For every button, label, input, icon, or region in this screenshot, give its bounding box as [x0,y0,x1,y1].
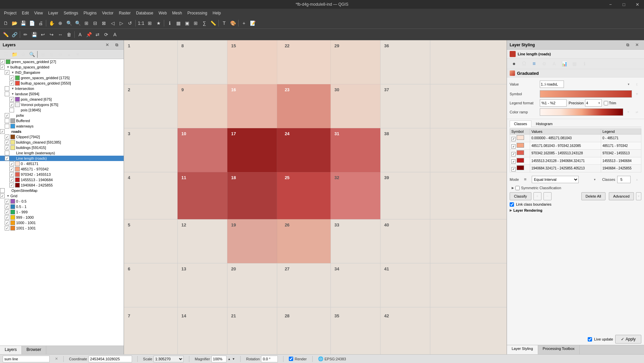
pan-button[interactable]: ✋ [47,19,56,28]
close-button[interactable]: ✕ [631,0,644,9]
scale-select[interactable]: 1:305270 [153,356,184,362]
menu-view[interactable]: View [31,10,46,16]
layer-checkbox-l16[interactable] [5,140,9,145]
fields-icon[interactable]: ▦ [570,59,579,68]
layer-checkbox-l19[interactable] [5,156,9,161]
label-tools-button[interactable]: A [76,30,84,39]
add-selected-features-button[interactable]: ⊕ [56,19,65,28]
layer-item-l24[interactable]: 1940684 - 2425855 [0,183,124,188]
layer-item-l21[interactable]: 485171 - 970342 [0,166,124,172]
class-checkbox-0[interactable]: ✓ [511,137,516,141]
layer-rendering-section[interactable]: ▶ Layer Rendering [507,207,644,213]
layer-checkbox-l31[interactable] [5,220,9,225]
layer-item-l25[interactable]: OpenStreetMap [0,188,124,193]
layer-item-l6[interactable]: ▼Intersection [0,86,124,91]
layer-checkbox-l27[interactable] [5,199,9,204]
map-canvas[interactable]: 1 8 15 22 29 36 2 9 16 23 30 37 3 10 17 … [124,40,507,354]
precision-select-wrapper[interactable]: 4 0 1 2 3 5 [585,99,602,107]
layer-checkbox-l23[interactable] [9,177,14,182]
group-arrow-l26[interactable]: ▼ [6,194,10,198]
class-legend-cell-0[interactable]: 0 - 485171 [601,135,641,142]
class-values-cell-0[interactable]: 0.000000 - 485171.081043 [530,135,601,142]
spatial-bookmark-button[interactable]: ★ [154,19,163,28]
class-checkbox-1[interactable]: ✓ [511,144,516,149]
scale-select-wrapper[interactable]: 1:305270 [153,356,184,362]
layer-item-l29[interactable]: 1 - 999 [0,209,124,215]
value-select[interactable]: 1.:i roadsL [540,81,564,88]
layer-checkbox-l15[interactable] [5,135,9,139]
select-button[interactable]: ▦ [174,19,183,28]
graduated-icon[interactable]: ≡ [530,59,538,68]
layer-item-l30[interactable]: 999 - 1000 [0,215,124,220]
layers-content[interactable]: green_spaces_gridded [27]▼builtup_spaces… [0,59,124,346]
layer-item-l17[interactable]: buildings [591415] [0,145,124,150]
move-selection-up[interactable]: ▲ [65,50,73,59]
layer-item-l1[interactable]: green_spaces_gridded [27] [0,59,124,64]
layer-checkbox-l12[interactable] [5,118,9,123]
layer-item-l27[interactable]: 0 - 0.5 [0,199,124,204]
sym-expand-arrow[interactable]: ▶ [512,186,514,190]
categorized-icon[interactable]: Ω [520,59,528,68]
class-checkbox-4[interactable]: ✓ [511,167,516,171]
menu-database[interactable]: Database [133,10,156,16]
class-row-4[interactable]: ✓1940684.324171 - 2425855.4052131940684 … [510,165,641,172]
identify-button[interactable]: ℹ [165,19,174,28]
sym-checkbox[interactable] [515,186,520,190]
layer-item-l22[interactable]: 970342 - 1455513 [0,172,124,177]
layer-item-l19[interactable]: Line length (roads) [0,156,124,161]
add-layer-button[interactable]: + [240,19,248,28]
digitize-button[interactable]: ✏️ [1,30,10,39]
layer-checkbox-l2[interactable] [0,65,5,69]
live-update-checkbox[interactable] [588,337,592,342]
layer-item-l20[interactable]: 0 - 485171 [0,161,124,166]
layer-item-l32[interactable]: 1001 - 1001 [0,225,124,231]
class-checkbox-3[interactable]: ✓ [511,159,516,164]
layer-checkbox-l29[interactable] [5,210,9,214]
layer-item-l3[interactable]: ▼IND_Bangalore [0,70,124,75]
group-arrow-l3[interactable]: ▼ [10,70,15,75]
maximize-button[interactable]: □ [617,0,631,9]
layer-item-l7[interactable]: ▼landuse [5094] [0,91,124,97]
search-input[interactable] [3,356,50,362]
print-button[interactable]: 🖨 [36,19,45,28]
open-project-button[interactable]: 📂 [10,19,19,28]
layer-item-l8[interactable]: pois_cleaned [675] [0,97,124,102]
class-row-3[interactable]: ✓1455513.243128 - 1940684.3241711455513 … [510,157,641,165]
zoom-in-button[interactable]: 🔍 [65,19,73,28]
menu-vector[interactable]: Vector [100,10,116,16]
measure-button[interactable]: 📏 [209,19,217,28]
snap-button[interactable]: 🔗 [10,30,19,39]
menu-help[interactable]: Help [210,10,224,16]
layer-checkbox-l20[interactable] [9,161,14,166]
save-button[interactable]: 💾 [19,19,27,28]
class-row-1[interactable]: ✓485171.081043 - 970342.162085485171 - 9… [510,142,641,150]
layer-item-l2[interactable]: ▼builtup_spaces_gridded [0,64,124,70]
undo-button[interactable]: ↩ [39,30,47,39]
zoom-full-button[interactable]: ⊞ [82,19,91,28]
menu-mesh[interactable]: Mesh [170,10,185,16]
layer-item-l14[interactable]: roads [0,129,124,134]
menu-edit[interactable]: Edit [19,10,31,16]
group-arrow-l6[interactable]: ▼ [10,86,15,91]
advanced-button[interactable]: Advanced [609,192,634,200]
layer-item-l5[interactable]: builtup_spaces_gridded [3550] [0,81,124,86]
group-arrow-l7[interactable]: ▼ [10,92,15,96]
minimize-button[interactable]: − [604,0,617,9]
color-ramp-bar[interactable] [540,108,623,116]
move-label-button[interactable]: ⇄ [93,30,102,39]
layer-checkbox-l28[interactable] [5,204,9,209]
coordinate-input[interactable] [88,356,132,362]
deselect-button[interactable]: ▣ [183,19,191,28]
magnifier-input[interactable] [211,356,227,362]
tilesets-button[interactable]: ⊞ [145,19,154,28]
edit-toggle[interactable]: ✏ [21,30,30,39]
metadata-icon[interactable]: ℹ [580,59,589,68]
layer-checkbox-l9[interactable] [9,102,14,107]
classes-count-input[interactable] [617,176,631,183]
collapse-all-button[interactable]: ⊟ [47,50,56,59]
pin-labels-button[interactable]: 📌 [84,30,93,39]
class-row-2[interactable]: ✓970342.162085 - 1455513.243128970342 - … [510,150,641,157]
expand-all-button[interactable]: ⊞ [39,50,47,59]
layer-item-l9[interactable]: Voronoi polygons [675] [0,102,124,107]
layer-checkbox-l11[interactable] [5,113,9,118]
